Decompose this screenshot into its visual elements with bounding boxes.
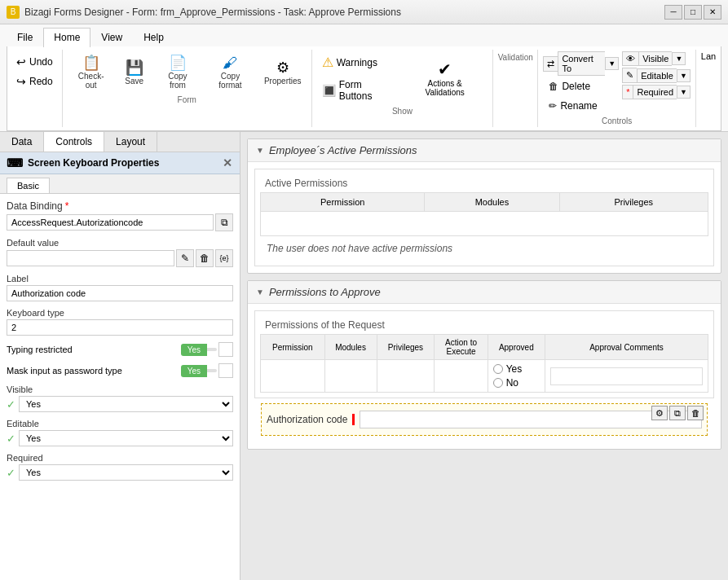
- actions-validations-button[interactable]: ✔ Actions & Validations: [402, 55, 488, 101]
- right-panel: ▼ Employee´s Active Permissions Active P…: [240, 132, 728, 580]
- required-marker: *: [65, 200, 69, 212]
- tab-data[interactable]: Data: [0, 132, 44, 152]
- active-permissions-label: Active Permissions: [260, 174, 708, 192]
- form-buttons-button[interactable]: 🔳 Form Buttons: [317, 76, 400, 105]
- auth-code-label: Authorization code: [267, 414, 355, 425]
- radio-yes-btn[interactable]: [493, 364, 503, 374]
- maximize-button[interactable]: □: [684, 5, 702, 20]
- mask-input-toggle[interactable]: Yes: [181, 363, 233, 378]
- copy-format-button[interactable]: 🖌 Copy format: [203, 51, 258, 94]
- validation-group-label: Validation: [498, 53, 533, 62]
- active-permissions-table: Permission Modules Privileges: [260, 192, 708, 236]
- auth-gear-button[interactable]: ⚙: [651, 406, 668, 420]
- copy-from-button[interactable]: 📄 Copy from: [154, 51, 202, 94]
- mask-input-toggle-row: Mask input as password type Yes: [7, 363, 233, 378]
- visible-icon: 👁: [622, 51, 638, 66]
- col-permission: Permission: [261, 193, 425, 212]
- default-value-input-row: ✎ 🗑 {e}: [7, 249, 233, 267]
- radio-yes[interactable]: Yes: [493, 363, 540, 375]
- close-window-button[interactable]: ✕: [704, 5, 721, 20]
- minimize-button[interactable]: ─: [664, 5, 682, 20]
- mask-input-row: Mask input as password type Yes: [7, 363, 233, 378]
- default-delete-button[interactable]: 🗑: [196, 249, 214, 267]
- mask-input-label: Mask input as password type: [7, 366, 122, 376]
- auth-copy-button[interactable]: ⧉: [669, 406, 686, 420]
- default-expression-button[interactable]: {e}: [215, 249, 233, 267]
- visible-arrow[interactable]: ▼: [672, 52, 686, 65]
- required-select[interactable]: Yes No: [19, 464, 233, 481]
- properties-close-button[interactable]: ✕: [220, 156, 235, 170]
- table-row: [261, 212, 708, 236]
- editable-button[interactable]: ✎ Editable ▼: [622, 68, 690, 83]
- data-binding-row: Data Binding * ⧉: [7, 200, 233, 231]
- typing-restricted-on: Yes: [181, 344, 207, 356]
- panel-tabs: Data Controls Layout: [0, 132, 240, 152]
- delete-button[interactable]: 🗑 Delete: [543, 77, 619, 95]
- tab-layout[interactable]: Layout: [104, 132, 157, 152]
- visible-dropdown-row: ✓ Yes No: [7, 396, 233, 412]
- ribbon-tab-file[interactable]: File: [7, 28, 43, 46]
- properties-title: Screen Keyboard Properties: [28, 157, 159, 169]
- employee-permissions-section: ▼ Employee´s Active Permissions Active P…: [247, 138, 721, 274]
- typing-restricted-toggle[interactable]: Yes: [181, 342, 233, 357]
- required-button[interactable]: * Required ▼: [622, 85, 690, 99]
- ribbon-lang-group: Lan: [696, 50, 721, 127]
- col-priv: Privileges: [377, 335, 435, 360]
- visible-row: Visible ✓ Yes No: [7, 384, 233, 412]
- data-binding-input-row: ⧉: [7, 213, 233, 231]
- convert-to-button[interactable]: ⇄ Convert To ▼: [543, 51, 619, 76]
- approve-expand-icon[interactable]: ▼: [256, 288, 264, 297]
- sub-tab-basic[interactable]: Basic: [7, 178, 50, 193]
- data-binding-copy-button[interactable]: ⧉: [215, 213, 233, 231]
- typing-restricted-knob[interactable]: [218, 342, 233, 357]
- convert-to-arrow[interactable]: ▼: [605, 57, 619, 70]
- editable-select[interactable]: Yes No: [19, 430, 233, 446]
- title-bar: B Bizagi Forms Designer - Form: frm_Appr…: [0, 0, 728, 24]
- visible-button[interactable]: 👁 Visible ▼: [622, 51, 690, 66]
- checkout-icon: 📋: [82, 55, 100, 70]
- required-row: Required ✓ Yes No: [7, 453, 233, 481]
- ribbon-tab-view[interactable]: View: [90, 28, 133, 46]
- radio-no-btn[interactable]: [493, 378, 503, 388]
- redo-button[interactable]: ↪ Redo: [12, 72, 57, 90]
- rename-button[interactable]: ✏ Rename: [543, 97, 619, 115]
- auth-code-section: ⚙ ⧉ 🗑 Authorization code: [261, 403, 708, 436]
- default-edit-button[interactable]: ✎: [176, 249, 194, 267]
- required-checkmark: ✓: [7, 467, 15, 479]
- radio-no[interactable]: No: [493, 377, 540, 389]
- required-arrow[interactable]: ▼: [677, 86, 690, 99]
- label-input[interactable]: [7, 285, 233, 301]
- permissions-request-table: Permission Modules Privileges Action toE…: [260, 334, 708, 393]
- keyboard-type-label: Keyboard type: [7, 308, 233, 318]
- editable-label: Editable: [7, 419, 233, 428]
- col-comments: Approval Comments: [545, 335, 708, 360]
- keyboard-type-input[interactable]: [7, 319, 233, 336]
- permissions-request-label: Permissions of the Request: [260, 316, 708, 334]
- radio-yes-label: Yes: [506, 363, 523, 375]
- checkout-button[interactable]: 📋 Check-out: [68, 51, 115, 94]
- auth-delete-button[interactable]: 🗑: [687, 406, 704, 420]
- tab-controls[interactable]: Controls: [44, 132, 104, 152]
- properties-header: ⌨ Screen Keyboard Properties ✕: [0, 152, 240, 174]
- default-value-input[interactable]: [7, 250, 174, 266]
- auth-code-row: Authorization code: [267, 411, 702, 428]
- save-button[interactable]: 💾 Save: [117, 56, 152, 90]
- warnings-button[interactable]: ⚠ Warnings: [317, 51, 400, 73]
- data-binding-input[interactable]: [7, 214, 214, 231]
- properties-button[interactable]: ⚙ Properties: [259, 56, 307, 90]
- editable-arrow[interactable]: ▼: [677, 69, 690, 82]
- mask-input-knob[interactable]: [218, 363, 233, 378]
- controls-buttons-container: ⇄ Convert To ▼ 🗑 Delete ✏ Rename: [543, 51, 690, 115]
- ribbon-tab-help[interactable]: Help: [133, 28, 174, 46]
- mask-input-on: Yes: [181, 365, 207, 377]
- editable-dropdown-row: ✓ Yes No: [7, 430, 233, 446]
- ribbon-form-group: 📋 Check-out 💾 Save 📄 Copy from 🖌 Copy fo…: [63, 50, 312, 127]
- approval-comment-input[interactable]: [550, 367, 703, 385]
- employee-expand-icon[interactable]: ▼: [256, 146, 264, 155]
- ribbon-tab-home[interactable]: Home: [43, 28, 90, 47]
- auth-toolbar: ⚙ ⧉ 🗑: [651, 406, 704, 420]
- visible-select[interactable]: Yes No: [19, 396, 233, 412]
- undo-button[interactable]: ↩ Undo: [12, 53, 57, 71]
- col-action: Action toExecute: [435, 335, 488, 360]
- typing-restricted-row: Typing restricted Yes: [7, 342, 233, 357]
